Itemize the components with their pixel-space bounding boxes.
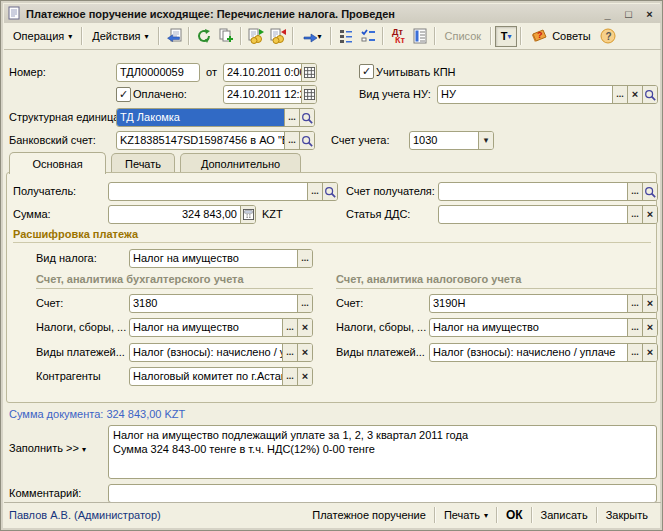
goto-menu-icon[interactable]: ▾ [297, 26, 327, 47]
nu-taxes-label: Налоги, сборы, ... [336, 321, 426, 333]
chevron-down-icon[interactable]: ▾ [478, 132, 493, 149]
search-icon[interactable] [299, 132, 314, 149]
maximize-button[interactable]: □ [621, 8, 636, 20]
ellipsis-button[interactable]: ... [612, 86, 627, 103]
current-user: Павлов А.В. (Администратор) [9, 509, 161, 521]
ellipsis-button[interactable]: ... [627, 183, 642, 200]
fill-button[interactable]: Заполнить >> ▾ [9, 442, 86, 454]
counterparties-input[interactable]: Налоговый комитет по г.Астан ... × [129, 367, 313, 386]
chevron-down-icon: ▾ [68, 32, 72, 41]
search-icon[interactable] [642, 183, 657, 200]
toolbar-separator [520, 27, 522, 45]
nu-account-input[interactable]: 3190Н ... × [429, 294, 658, 313]
bu-account-input[interactable]: 3180 ... [129, 294, 313, 313]
bu-taxes-input[interactable]: Налог на имущество ... × [129, 318, 313, 337]
clear-icon[interactable]: × [627, 86, 642, 103]
clear-icon[interactable]: × [642, 344, 657, 361]
receiver-account-label: Счет получателя: [346, 185, 435, 197]
clear-icon[interactable]: × [297, 319, 312, 336]
account-combo[interactable]: 1030 ▾ [409, 131, 494, 150]
comment-input[interactable] [108, 484, 657, 503]
ellipsis-button[interactable]: ... [284, 109, 299, 126]
nu-kind-input[interactable]: НУ ... × [437, 85, 658, 104]
calendar-icon[interactable] [301, 86, 316, 103]
receiver-account-input[interactable]: ... [438, 182, 658, 201]
tab-additional[interactable]: Дополнительно [180, 153, 301, 173]
account-label: Счет учета: [331, 134, 389, 146]
operation-menu-button[interactable]: Операция ▾ [7, 27, 78, 45]
paid-checkbox[interactable]: ✓ [116, 87, 131, 102]
ellipsis-button[interactable]: ... [627, 295, 642, 312]
close-button[interactable]: × [642, 8, 657, 20]
kpn-checkbox[interactable]: ✓ [359, 64, 374, 79]
payment-purpose-textarea[interactable]: Налог на имущество подлежащий уплате за … [108, 425, 657, 479]
tab-main[interactable]: Основная [9, 152, 106, 174]
bu-account-label: Счет: [36, 297, 63, 309]
bu-payment-types-input[interactable]: Налог (взносы): начислено / уп ... × [129, 343, 313, 362]
date-input[interactable]: 24.10.2011 0:00:00 [223, 63, 317, 82]
amount-input[interactable]: 324 843,00 [108, 205, 256, 224]
ellipsis-button[interactable]: ... [284, 132, 299, 149]
nu-payment-types-input[interactable]: Налог (взносы): начислено / уплаче ... × [429, 343, 658, 362]
bank-account-input[interactable]: KZ18385147SD15987456 в АО "Банк ... [116, 131, 315, 150]
paid-date-input[interactable]: 24.10.2011 12:26:21 [223, 85, 317, 104]
ellipsis-button[interactable]: ... [282, 368, 297, 385]
toolbar-separator [81, 27, 83, 45]
ellipsis-button[interactable]: ... [627, 344, 642, 361]
search-icon[interactable] [322, 183, 337, 200]
currency-label: KZT [262, 208, 283, 220]
search-icon[interactable] [642, 86, 657, 103]
doc-type-button[interactable]: Платежное поручение [304, 509, 434, 521]
close-form-button[interactable]: Закрыть [598, 509, 656, 521]
ellipsis-button[interactable]: ... [627, 319, 642, 336]
actions-menu-button[interactable]: Действия ▾ [86, 27, 154, 45]
status-bar: Павлов А.В. (Администратор) Платежное по… [4, 502, 661, 527]
clear-icon[interactable]: × [642, 206, 657, 223]
print-button[interactable]: Печать ▾ [436, 509, 496, 521]
filter-by-value-icon[interactable]: Т ▾ [495, 26, 517, 47]
tax-kind-input[interactable]: Налог на имущество ... [129, 249, 313, 268]
refresh-icon[interactable] [193, 26, 215, 47]
help-icon[interactable]: ? [597, 26, 619, 47]
ellipsis-button[interactable]: ... [627, 206, 642, 223]
ellipsis-button[interactable]: ... [282, 344, 297, 361]
bu-section-header: Счет, аналитика бухгалтерского учета [36, 273, 313, 289]
ellipsis-button[interactable]: ... [282, 319, 297, 336]
calendar-icon[interactable] [301, 64, 316, 81]
nu-taxes-input[interactable]: Налог на имущество ... × [429, 318, 658, 337]
postings-dtkt-icon[interactable]: Дт Кт [387, 26, 409, 47]
tab-print[interactable]: Печать [111, 153, 175, 173]
save-button[interactable]: Записать [533, 509, 596, 521]
ok-button[interactable]: ОК [498, 508, 531, 522]
settings-check-icon[interactable] [357, 26, 379, 47]
comment-label: Комментарий: [9, 487, 81, 499]
clear-icon[interactable]: × [297, 344, 312, 361]
search-icon[interactable] [299, 109, 314, 126]
minimize-button[interactable]: _ [600, 8, 615, 20]
journal-icon[interactable] [409, 26, 431, 47]
struct-unit-label: Структурная единица: [9, 111, 122, 123]
clear-icon[interactable]: × [642, 319, 657, 336]
ellipsis-button[interactable]: ... [297, 250, 312, 267]
nu-section-header: Счет, аналитика налогового учета [336, 273, 656, 289]
unpost-document-icon[interactable] [267, 26, 289, 47]
clear-icon[interactable]: × [297, 368, 312, 385]
number-input[interactable]: ТДЛ0000059 [116, 63, 200, 82]
receiver-input[interactable]: ... [108, 182, 338, 201]
date-from-label: от [206, 66, 217, 78]
post-document-icon[interactable] [245, 26, 267, 47]
document-structure-icon[interactable] [335, 26, 357, 47]
tips-book-icon: ? [531, 28, 548, 44]
ellipsis-button[interactable]: ... [297, 295, 312, 312]
struct-unit-input[interactable]: ТД Лакомка ... [116, 108, 315, 127]
list-button[interactable]: Список [439, 30, 488, 42]
clear-icon[interactable]: × [642, 295, 657, 312]
ellipsis-button[interactable]: ... [307, 183, 322, 200]
copy-add-icon[interactable] [215, 26, 237, 47]
tax-kind-label: Вид налога: [36, 252, 97, 264]
amount-label: Сумма: [13, 208, 51, 220]
reread-document-icon[interactable] [163, 26, 185, 47]
calculator-icon[interactable] [240, 206, 255, 223]
dds-input[interactable]: ... × [438, 205, 658, 224]
tips-button[interactable]: ? Советы [525, 25, 596, 47]
